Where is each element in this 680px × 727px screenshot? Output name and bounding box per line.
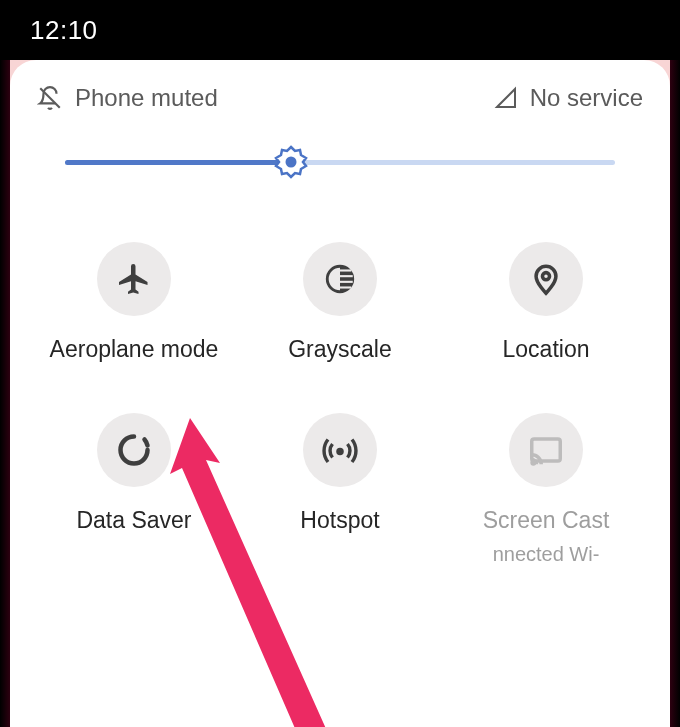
tile-label: Screen Cast <box>483 507 610 534</box>
brightness-track <box>65 160 615 165</box>
tiles-grid: Aeroplane mode Grayscale <box>35 242 645 566</box>
brightness-thumb[interactable] <box>274 145 308 179</box>
tile-hotspot[interactable]: Hotspot <box>241 413 439 566</box>
svg-point-9 <box>336 448 344 456</box>
tile-label: Location <box>503 336 590 363</box>
location-icon <box>509 242 583 316</box>
brightness-slider[interactable] <box>35 122 645 202</box>
data-saver-icon <box>97 413 171 487</box>
tile-airplane[interactable]: Aeroplane mode <box>35 242 233 363</box>
tile-label: Data Saver <box>76 507 191 534</box>
shadow-left <box>0 60 10 727</box>
tile-label: Hotspot <box>300 507 379 534</box>
svg-point-11 <box>532 461 535 464</box>
tile-cast[interactable]: Screen Cast nnected Wi- <box>447 413 645 566</box>
tile-location[interactable]: Location <box>447 242 645 363</box>
signal-status[interactable]: No service <box>494 84 643 112</box>
mute-label: Phone muted <box>75 84 218 112</box>
airplane-icon <box>97 242 171 316</box>
grayscale-icon <box>303 242 377 316</box>
cast-icon <box>509 413 583 487</box>
signal-empty-icon <box>494 86 518 110</box>
signal-label: No service <box>530 84 643 112</box>
tile-datasaver[interactable]: Data Saver <box>35 413 233 566</box>
shadow-right <box>670 60 680 727</box>
hotspot-icon <box>303 413 377 487</box>
svg-point-8 <box>542 273 549 280</box>
status-bar: 12:10 <box>0 0 680 60</box>
tile-label: Aeroplane mode <box>50 336 219 363</box>
tile-grayscale[interactable]: Grayscale <box>241 242 439 363</box>
brightness-fill <box>65 160 291 165</box>
quick-settings-panel: Phone muted No service <box>10 60 670 727</box>
tile-label: Grayscale <box>288 336 392 363</box>
status-row: Phone muted No service <box>35 80 645 122</box>
svg-point-2 <box>285 157 296 168</box>
mute-status[interactable]: Phone muted <box>37 84 218 112</box>
clock: 12:10 <box>30 15 98 46</box>
tile-sublabel: nnected Wi- <box>493 542 600 566</box>
bell-off-icon <box>37 85 63 111</box>
